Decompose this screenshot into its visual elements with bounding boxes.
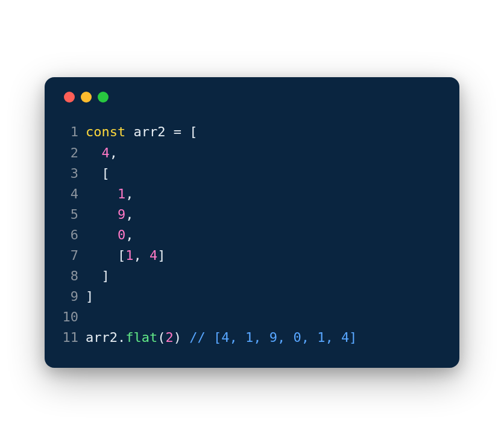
token-punctuation xyxy=(86,186,118,201)
code-line: 7 [1, 4] xyxy=(61,245,443,266)
token-number: 2 xyxy=(165,330,173,345)
line-number: 5 xyxy=(61,204,86,225)
line-content: const arr2 = [ xyxy=(86,122,197,142)
token-punctuation: , xyxy=(133,248,150,263)
token-punctuation: ( xyxy=(157,330,165,345)
token-punctuation: , xyxy=(125,227,133,242)
line-content: [1, 4] xyxy=(86,245,165,266)
code-window: 1const arr2 = [2 4,3 [4 1,5 9,6 0,7 [1, … xyxy=(45,77,459,367)
token-punctuation: ] xyxy=(86,268,110,283)
line-content: 4, xyxy=(86,143,118,163)
line-number: 11 xyxy=(61,327,86,348)
token-punctuation: [ xyxy=(86,166,110,181)
code-line: 8 ] xyxy=(61,266,443,286)
code-content: 1const arr2 = [2 4,3 [4 1,5 9,6 0,7 [1, … xyxy=(61,122,443,348)
token-keyword: const xyxy=(86,124,125,139)
token-punctuation xyxy=(86,145,102,160)
line-number: 4 xyxy=(61,184,86,204)
code-line: 6 0, xyxy=(61,225,443,245)
line-number: 1 xyxy=(61,122,86,142)
token-number: 9 xyxy=(118,207,125,222)
line-number: 8 xyxy=(61,266,86,286)
token-punctuation: , xyxy=(125,207,133,222)
token-punctuation xyxy=(86,227,118,242)
line-number: 10 xyxy=(61,307,86,327)
token-punctuation: [ xyxy=(86,248,125,263)
token-number: 4 xyxy=(150,248,157,263)
token-number: 1 xyxy=(118,186,125,201)
code-line: 11arr2.flat(2) // [4, 1, 9, 0, 1, 4] xyxy=(61,327,443,348)
maximize-icon[interactable] xyxy=(98,92,109,103)
code-line: 1const arr2 = [ xyxy=(61,122,443,142)
minimize-icon[interactable] xyxy=(81,92,92,103)
token-comment: // [4, 1, 9, 0, 1, 4] xyxy=(189,330,357,345)
line-content: 1, xyxy=(86,184,133,204)
token-punctuation xyxy=(86,207,118,222)
code-line: 10 xyxy=(61,307,443,327)
code-line: 5 9, xyxy=(61,204,443,225)
line-content: 0, xyxy=(86,225,133,245)
token-punctuation: . xyxy=(118,330,125,345)
token-variable: arr2 xyxy=(86,330,118,345)
line-content: arr2.flat(2) // [4, 1, 9, 0, 1, 4] xyxy=(86,327,357,348)
line-number: 9 xyxy=(61,286,86,307)
line-number: 3 xyxy=(61,163,86,184)
code-line: 3 [ xyxy=(61,163,443,184)
token-number: 1 xyxy=(125,248,133,263)
token-punctuation: = [ xyxy=(174,124,198,139)
close-icon[interactable] xyxy=(64,92,75,103)
line-number: 7 xyxy=(61,245,86,266)
line-number: 2 xyxy=(61,143,86,163)
token-punctuation: ) xyxy=(174,330,190,345)
code-line: 4 1, xyxy=(61,184,443,204)
token-method: flat xyxy=(125,330,157,345)
line-number: 6 xyxy=(61,225,86,245)
line-content: 9, xyxy=(86,204,133,225)
token-variable: arr2 xyxy=(125,124,173,139)
token-punctuation: ] xyxy=(157,248,165,263)
token-number: 4 xyxy=(102,145,110,160)
token-punctuation: , xyxy=(110,145,118,160)
line-content: ] xyxy=(86,266,110,286)
code-line: 9] xyxy=(61,286,443,307)
token-punctuation: , xyxy=(125,186,133,201)
code-line: 2 4, xyxy=(61,143,443,163)
token-punctuation: ] xyxy=(86,289,93,304)
line-content xyxy=(86,307,93,327)
line-content: ] xyxy=(86,286,93,307)
token-number: 0 xyxy=(118,227,125,242)
traffic-lights xyxy=(61,92,443,103)
line-content: [ xyxy=(86,163,110,184)
